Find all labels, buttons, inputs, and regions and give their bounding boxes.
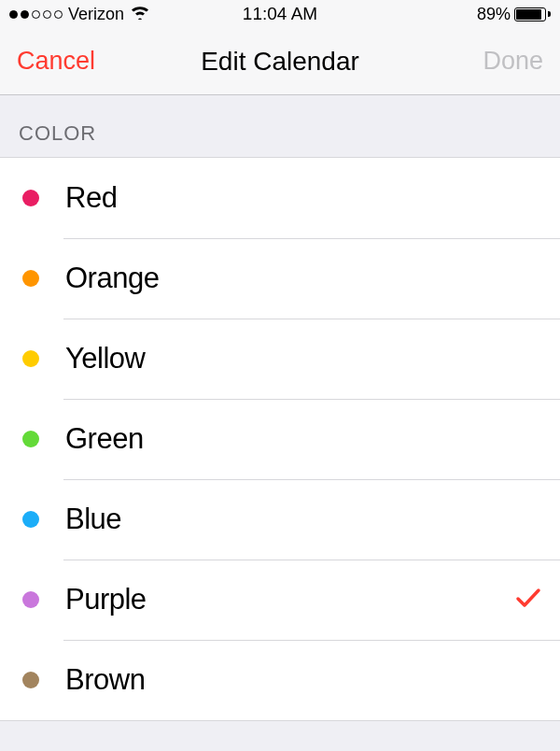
signal-strength-icon [9, 10, 63, 19]
color-list: RedOrangeYellowGreenBluePurpleBrown [0, 157, 560, 721]
color-row-red[interactable]: Red [0, 158, 560, 238]
section-header-color: COLOR [0, 95, 560, 157]
battery-fill [516, 9, 541, 20]
done-button[interactable]: Done [483, 47, 543, 75]
wifi-icon [130, 5, 150, 24]
color-label: Red [65, 181, 541, 215]
color-row-yellow[interactable]: Yellow [0, 319, 560, 399]
color-row-orange[interactable]: Orange [0, 238, 560, 319]
page-title: Edit Calendar [201, 47, 359, 76]
nav-bar: Cancel Edit Calendar Done [0, 28, 560, 95]
color-label: Purple [65, 583, 515, 616]
color-row-blue[interactable]: Blue [0, 479, 560, 560]
status-time: 11:04 AM [243, 4, 317, 24]
color-row-purple[interactable]: Purple [0, 560, 560, 640]
color-swatch-icon [22, 350, 39, 367]
color-swatch-icon [22, 431, 39, 447]
status-left: Verizon [9, 5, 243, 24]
status-right: 89% [317, 5, 551, 24]
color-swatch-icon [22, 511, 39, 528]
battery-percent-label: 89% [477, 5, 511, 24]
battery-icon [514, 7, 551, 21]
status-bar: Verizon 11:04 AM 89% [0, 0, 560, 28]
cancel-button[interactable]: Cancel [17, 47, 95, 75]
color-label: Blue [65, 503, 541, 536]
color-swatch-icon [22, 672, 39, 688]
color-label: Brown [65, 663, 541, 697]
color-swatch-icon [22, 591, 39, 608]
color-swatch-icon [22, 190, 39, 206]
color-label: Yellow [65, 342, 541, 376]
color-label: Orange [65, 262, 541, 295]
checkmark-icon [515, 587, 541, 613]
color-row-green[interactable]: Green [0, 399, 560, 479]
color-label: Green [65, 422, 541, 456]
color-row-brown[interactable]: Brown [0, 640, 560, 720]
carrier-label: Verizon [68, 5, 124, 24]
color-swatch-icon [22, 270, 39, 287]
